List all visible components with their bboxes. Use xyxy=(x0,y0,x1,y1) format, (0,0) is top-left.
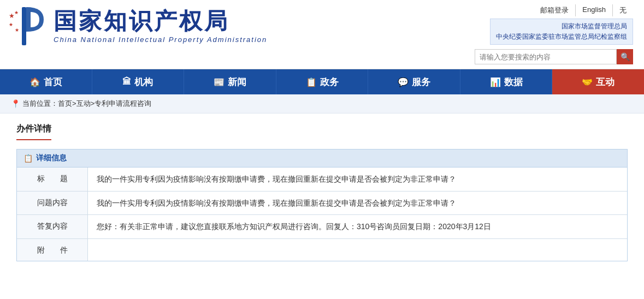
org-line2: 中央纪委国家监委驻市场监管总局纪检监察组 xyxy=(496,32,627,42)
data-icon: 📊 xyxy=(490,77,501,87)
detail-row-question: 问题内容 我的一件实用专利因为疫情影响没有按期缴申请费，现在撤回重新在提交申请是… xyxy=(17,192,627,215)
nav-label-interact: 互动 xyxy=(596,76,615,88)
detail-row-title: 标 题 我的一件实用专利因为疫情影响没有按期缴申请费，现在撤回重新在提交申请是否… xyxy=(17,168,627,191)
institution-icon: 🏛 xyxy=(122,77,131,87)
content-area: 办件详情 📋 详细信息 标 题 我的一件实用专利因为疫情影响没有按期缴申请费，现… xyxy=(0,113,644,271)
nav-label-affairs: 政务 xyxy=(320,76,339,88)
detail-value-question: 我的一件实用专利因为疫情影响没有按期缴申请费，现在撤回重新在提交申请是否会被判定… xyxy=(88,192,627,214)
detail-header: 📋 详细信息 xyxy=(17,150,627,168)
header: ★ ★ ★ ★ 国家知识产权局 China National Intellect… xyxy=(0,0,644,69)
breadcrumb: 📍 当前位置：首页>互动>专利申请流程咨询 xyxy=(0,94,644,113)
english-link[interactable]: English xyxy=(576,4,613,16)
location-icon: 📍 xyxy=(11,99,20,108)
nav-label-news: 新闻 xyxy=(228,76,246,88)
logo-text-area: 国家知识产权局 China National Intellectual Prop… xyxy=(54,9,267,43)
logo-en: China National Intellectual Property Adm… xyxy=(54,35,267,44)
nav-label-service: 服务 xyxy=(412,76,430,88)
detail-header-icon: 📋 xyxy=(23,154,33,163)
interact-icon: 🤝 xyxy=(582,77,593,87)
nav-label-institution: 机构 xyxy=(134,76,153,88)
logo-icon: ★ ★ ★ ★ xyxy=(5,4,49,48)
search-bar: 🔍 xyxy=(475,49,633,64)
detail-value-attachment xyxy=(88,239,627,261)
logo-area: ★ ★ ★ ★ 国家知识产权局 China National Intellect… xyxy=(5,4,267,48)
top-right-area: 邮箱登录 English 无 国家市场监督管理总局 中央纪委国家监委驻市场监管总… xyxy=(475,4,633,64)
nav-item-service[interactable]: 💬 服务 xyxy=(368,69,460,94)
affairs-icon: 📋 xyxy=(306,77,317,87)
detail-label-title: 标 题 xyxy=(17,168,88,190)
nav-item-institution[interactable]: 🏛 机构 xyxy=(92,69,185,94)
detail-value-title: 我的一件实用专利因为疫情影响没有按期缴申请费，现在撤回重新在提交申请是否会被判定… xyxy=(88,168,627,190)
nav-bar: 🏠 首页 🏛 机构 📰 新闻 📋 政务 💬 服务 📊 数据 🤝 互动 xyxy=(0,69,644,94)
detail-row-answer: 答复内容 您好：有关非正常申请，建议您直接联系地方知识产权局进行咨询。回复人：3… xyxy=(17,215,627,238)
detail-header-label: 详细信息 xyxy=(36,153,67,163)
org-links: 国家市场监督管理总局 中央纪委国家监委驻市场监管总局纪检监察组 xyxy=(490,19,633,45)
nav-item-news[interactable]: 📰 新闻 xyxy=(184,69,276,94)
home-icon: 🏠 xyxy=(29,77,40,87)
svg-text:★: ★ xyxy=(14,10,19,15)
logo-cn: 国家知识产权局 xyxy=(54,9,267,34)
nav-label-data: 数据 xyxy=(504,76,523,88)
other-link[interactable]: 无 xyxy=(613,4,633,16)
detail-label-answer: 答复内容 xyxy=(17,215,88,238)
nav-item-interact[interactable]: 🤝 互动 xyxy=(552,69,644,94)
news-icon: 📰 xyxy=(214,77,224,87)
search-input[interactable] xyxy=(475,49,617,64)
search-button[interactable]: 🔍 xyxy=(617,49,633,64)
breadcrumb-text: 当前位置：首页>互动>专利申请流程咨询 xyxy=(22,99,151,109)
svg-text:★: ★ xyxy=(15,27,19,33)
service-icon: 💬 xyxy=(398,77,409,87)
section-title: 办件详情 xyxy=(16,123,51,140)
detail-row-attachment: 附 件 xyxy=(17,239,627,261)
detail-label-attachment: 附 件 xyxy=(17,239,88,261)
top-links: 邮箱登录 English 无 xyxy=(534,4,633,16)
svg-rect-0 xyxy=(22,7,26,45)
nav-item-home[interactable]: 🏠 首页 xyxy=(0,69,92,94)
detail-label-question: 问题内容 xyxy=(17,192,88,214)
nav-item-data[interactable]: 📊 数据 xyxy=(460,69,553,94)
detail-box: 📋 详细信息 标 题 我的一件实用专利因为疫情影响没有按期缴申请费，现在撤回重新… xyxy=(16,149,628,261)
nav-item-affairs[interactable]: 📋 政务 xyxy=(276,69,369,94)
mailbox-login-link[interactable]: 邮箱登录 xyxy=(534,4,576,16)
org-line1: 国家市场监督管理总局 xyxy=(496,21,627,32)
detail-value-answer: 您好：有关非正常申请，建议您直接联系地方知识产权局进行咨询。回复人：310号咨询… xyxy=(88,215,627,238)
svg-text:★: ★ xyxy=(9,22,13,27)
nav-label-home: 首页 xyxy=(44,76,62,88)
